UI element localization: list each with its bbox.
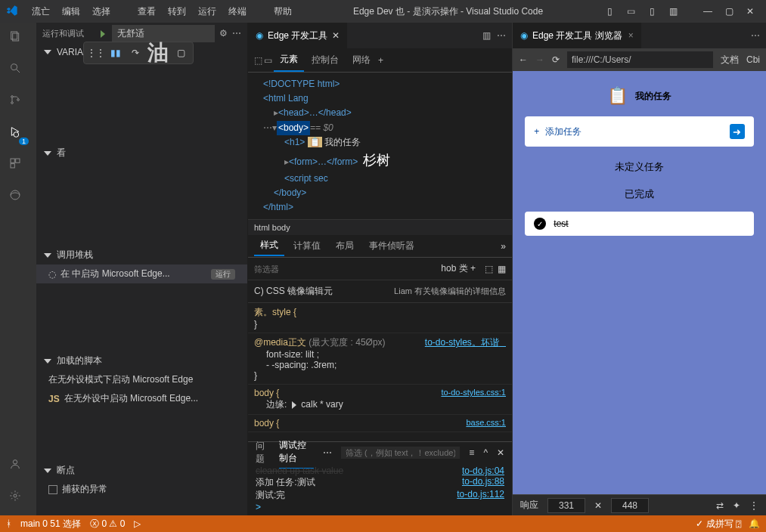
branch-label[interactable]: main 0 51 选择 bbox=[20, 518, 81, 530]
screencast-icon[interactable]: ▢ bbox=[173, 45, 188, 60]
hov-toggle[interactable]: hob 类 + bbox=[436, 261, 480, 277]
add-tab-icon[interactable]: + bbox=[378, 55, 383, 66]
submit-icon[interactable]: ➜ bbox=[730, 124, 745, 139]
maximize-icon[interactable]: ▢ bbox=[719, 4, 739, 19]
chevron-up-icon[interactable]: ^ bbox=[483, 447, 488, 458]
svg-point-2 bbox=[11, 64, 17, 70]
tab-listeners[interactable]: 事件侦听器 bbox=[363, 237, 420, 255]
svg-point-11 bbox=[11, 190, 20, 200]
run-debug-icon[interactable]: 1 bbox=[9, 125, 27, 144]
clear-icon[interactable]: ≡ bbox=[469, 447, 474, 458]
debug-indicator-icon[interactable]: ▷ bbox=[134, 518, 141, 529]
step-over-icon[interactable]: ↷ bbox=[128, 45, 143, 60]
close-icon[interactable]: ✕ bbox=[740, 4, 760, 19]
layout-left-icon[interactable]: ▯ bbox=[600, 4, 619, 19]
width-input[interactable] bbox=[547, 498, 585, 513]
close-icon[interactable]: ✕ bbox=[332, 30, 340, 41]
tab-elements[interactable]: 元素 bbox=[274, 48, 304, 72]
checkbox-icon[interactable] bbox=[48, 485, 57, 494]
search-icon[interactable] bbox=[9, 62, 27, 80]
tab-layout[interactable]: 布局 bbox=[330, 237, 360, 255]
errors-label[interactable]: ⓧ 0 ⚠ 0 bbox=[90, 518, 125, 530]
url-input[interactable]: file:///C:/Users/ bbox=[567, 51, 713, 68]
reload-icon[interactable]: ⟳ bbox=[552, 54, 560, 65]
menu-edit[interactable]: 编辑 bbox=[57, 2, 85, 21]
close-icon[interactable]: ✕ bbox=[497, 447, 504, 458]
menu-terminal[interactable]: 终端 bbox=[224, 2, 251, 21]
check-icon[interactable]: ✓ bbox=[534, 218, 546, 230]
tab-computed[interactable]: 计算值 bbox=[287, 237, 327, 255]
svg-point-6 bbox=[17, 99, 20, 101]
layout-bottom-icon[interactable]: ▭ bbox=[621, 4, 640, 19]
split-icon[interactable]: ▥ bbox=[482, 30, 491, 41]
forward-icon[interactable]: → bbox=[535, 54, 544, 65]
menu-run[interactable]: 运行 bbox=[194, 2, 221, 21]
minimize-icon[interactable]: — bbox=[698, 4, 718, 19]
dom-tree[interactable]: <!DOCTYPE html> <html Lang ▸<head>…</hea… bbox=[248, 73, 512, 219]
edge-icon[interactable] bbox=[9, 189, 27, 207]
callstack-item[interactable]: ◌ 在 中启动 Microsoft Edge... 运行 bbox=[36, 264, 247, 283]
menu-view[interactable]: 查看 bbox=[133, 2, 160, 21]
styles-filter-input[interactable] bbox=[254, 264, 358, 274]
bp-caught[interactable]: 捕获的异常 bbox=[36, 480, 247, 499]
more-icon[interactable]: ⋯ bbox=[497, 30, 506, 41]
layout-right-icon[interactable]: ▯ bbox=[642, 4, 662, 19]
callstack-section[interactable]: 调用堆栈 bbox=[36, 246, 247, 264]
new-style-icon[interactable]: ▦ bbox=[498, 264, 506, 274]
bell-icon[interactable]: 🔔 bbox=[749, 518, 760, 529]
play-icon[interactable] bbox=[101, 28, 107, 39]
sidebar-title: 运行和调试 bbox=[42, 28, 84, 39]
console-output: cleaned up task valueto-do.js:04 添加 任务:测… bbox=[248, 462, 512, 515]
device-icon[interactable]: ▭ bbox=[264, 55, 272, 66]
responsive-select[interactable]: 响应 bbox=[520, 499, 538, 512]
more-icon[interactable]: ⋯ bbox=[751, 30, 760, 41]
close-icon[interactable]: × bbox=[628, 30, 634, 41]
settings-icon[interactable] bbox=[9, 490, 27, 508]
watch-section[interactable]: 看 bbox=[36, 144, 247, 162]
done-task-item[interactable]: ✓ test bbox=[525, 212, 753, 236]
debug-toolbar: ⋮⋮ ▮▮ ↷ 油 ▢ bbox=[83, 42, 194, 64]
css-mirror-info[interactable]: Liam 有关镜像编辑的详细信息 bbox=[394, 286, 506, 297]
gear-icon[interactable]: ⚙ bbox=[219, 28, 228, 39]
done-label: 已完成 bbox=[625, 187, 654, 201]
scripts-section[interactable]: 加载的脚本 bbox=[36, 351, 247, 370]
height-input[interactable] bbox=[611, 498, 649, 513]
script-item[interactable]: JS在无外设中启动 Microsoft Edge... bbox=[36, 389, 247, 408]
drag-handle-icon[interactable]: ⋮⋮ bbox=[88, 45, 104, 60]
console-prompt[interactable]: > bbox=[256, 502, 504, 512]
more-icon[interactable]: ⋯ bbox=[232, 28, 241, 39]
account-icon[interactable] bbox=[9, 458, 27, 476]
dom-breadcrumb[interactable]: html body bbox=[248, 219, 512, 235]
explorer-icon[interactable] bbox=[9, 30, 27, 48]
menu-file[interactable]: 流亡 bbox=[27, 2, 54, 21]
pause-icon[interactable]: ▮▮ bbox=[108, 45, 123, 60]
branch-icon[interactable]: ᚼ bbox=[6, 518, 11, 529]
source-control-icon[interactable] bbox=[9, 94, 27, 112]
breakpoints-section[interactable]: 断点 bbox=[36, 461, 247, 480]
cbi-label: Cbi bbox=[746, 54, 760, 65]
devtools-tab[interactable]: ◉ Edge 开发工具 ✕ bbox=[248, 23, 348, 48]
docs-link[interactable]: 文档 bbox=[721, 54, 739, 66]
rotate-icon[interactable]: ⇄ bbox=[716, 500, 724, 511]
tab-console[interactable]: 控制台 bbox=[305, 49, 345, 71]
inspect-icon[interactable]: ⬚ bbox=[254, 55, 262, 66]
more-icon[interactable]: » bbox=[501, 241, 506, 252]
tab-styles[interactable]: 样式 bbox=[254, 236, 284, 256]
more-icon[interactable]: ⋯ bbox=[323, 447, 332, 458]
back-icon[interactable]: ← bbox=[519, 54, 528, 65]
menu-select[interactable]: 选择 bbox=[88, 2, 115, 21]
layout-grid-icon[interactable]: ▥ bbox=[663, 4, 683, 19]
console-filter-input[interactable] bbox=[341, 447, 460, 459]
wand-icon[interactable]: ✦ bbox=[733, 500, 740, 511]
script-item[interactable]: 在无外设模式下启动 Microsoft Edge bbox=[36, 370, 247, 389]
pin-icon[interactable]: ⬚ bbox=[485, 264, 493, 274]
menu-go[interactable]: 转到 bbox=[163, 2, 191, 21]
more-icon[interactable]: ⋮ bbox=[749, 500, 758, 511]
menu-help[interactable]: 帮助 bbox=[269, 2, 296, 21]
vscode-logo-icon bbox=[6, 5, 20, 18]
extensions-icon[interactable] bbox=[9, 157, 27, 175]
build-status[interactable]: ✓ 成拼写 ⍰ bbox=[696, 518, 741, 530]
preview-tab[interactable]: ◉ Edge 开发工具 浏览器 × bbox=[513, 23, 642, 48]
tab-network[interactable]: 网络 bbox=[346, 49, 377, 71]
add-task-input[interactable]: + 添加任务 ➜ bbox=[525, 116, 753, 147]
